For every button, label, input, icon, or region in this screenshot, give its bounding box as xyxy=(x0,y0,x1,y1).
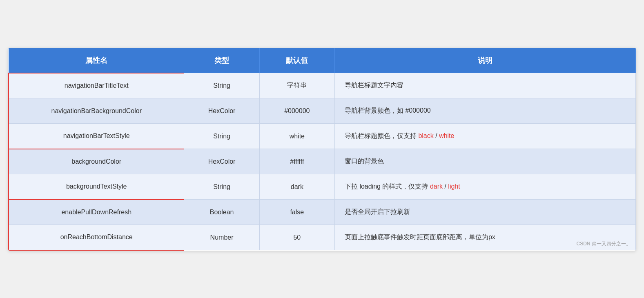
cell-attr: backgroundColor xyxy=(9,149,184,174)
cell-type: String xyxy=(184,73,259,98)
cell-attr: navigationBarBackgroundColor xyxy=(9,98,184,124)
cell-type: Boolean xyxy=(184,200,259,225)
cell-desc: 窗口的背景色 xyxy=(334,149,635,174)
cell-desc: 下拉 loading 的样式，仅支持 dark / light xyxy=(334,174,635,200)
cell-default: false xyxy=(259,200,334,225)
table-row: backgroundTextStyleStringdark下拉 loading … xyxy=(9,174,636,200)
cell-type: HexColor xyxy=(184,98,259,124)
cell-default: dark xyxy=(259,174,334,200)
cell-attr: navigationBarTextStyle xyxy=(9,124,184,149)
table-row: enablePullDownRefreshBooleanfalse是否全局开启下… xyxy=(9,200,636,225)
table-body: navigationBarTitleTextString字符串导航栏标题文字内容… xyxy=(9,73,636,250)
table-row: navigationBarBackgroundColorHexColor#000… xyxy=(9,98,636,124)
cell-attr: enablePullDownRefresh xyxy=(9,200,184,225)
cell-default: 字符串 xyxy=(259,73,334,98)
watermark: CSDN @一又四分之一。 xyxy=(576,240,631,247)
table-row: onReachBottomDistanceNumber50页面上拉触底事件触发时… xyxy=(9,225,636,250)
header-desc: 说明 xyxy=(334,48,635,73)
table-header-row: 属性名 类型 默认值 说明 xyxy=(9,48,636,73)
cell-default: #000000 xyxy=(259,98,334,124)
cell-type: HexColor xyxy=(184,149,259,174)
header-default: 默认值 xyxy=(259,48,334,73)
table-row: navigationBarTextStyleStringwhite导航栏标题颜色… xyxy=(9,124,636,149)
cell-desc: 导航栏标题文字内容 xyxy=(334,73,635,98)
table-row: navigationBarTitleTextString字符串导航栏标题文字内容 xyxy=(9,73,636,98)
cell-attr: backgroundTextStyle xyxy=(9,174,184,200)
cell-attr: onReachBottomDistance xyxy=(9,225,184,250)
cell-type: String xyxy=(184,124,259,149)
cell-desc: 导航栏背景颜色，如 #000000 xyxy=(334,98,635,124)
cell-desc: 是否全局开启下拉刷新 xyxy=(334,200,635,225)
cell-type: Number xyxy=(184,225,259,250)
header-type: 类型 xyxy=(184,48,259,73)
cell-desc: 导航栏标题颜色，仅支持 black / white xyxy=(334,124,635,149)
header-attr: 属性名 xyxy=(9,48,184,73)
cell-type: String xyxy=(184,174,259,200)
cell-attr: navigationBarTitleText xyxy=(9,73,184,98)
table-row: backgroundColorHexColor#ffffff窗口的背景色 xyxy=(9,149,636,174)
table-container: 属性名 类型 默认值 说明 navigationBarTitleTextStri… xyxy=(8,48,636,251)
cell-default: #ffffff xyxy=(259,149,334,174)
cell-default: white xyxy=(259,124,334,149)
cell-default: 50 xyxy=(259,225,334,250)
property-table: 属性名 类型 默认值 说明 navigationBarTitleTextStri… xyxy=(8,48,636,251)
